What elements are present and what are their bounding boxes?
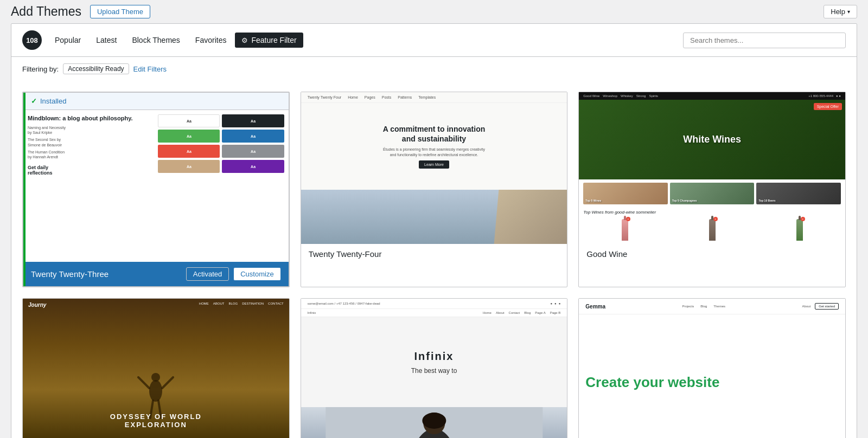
journey-nav: Journy HOMEABOUTBLOGDESTINATIONCONTACT bbox=[23, 299, 289, 311]
infinix-img bbox=[301, 407, 567, 438]
theme-screenshot-good-wine: Good Wine WineshopWhiskeyStrongSpirits +… bbox=[579, 92, 845, 244]
theme-screenshot-tt4: Twenty Twenty Four HomePagesPostsPattern… bbox=[301, 92, 567, 244]
page-title: Add Themes bbox=[11, 4, 81, 19]
active-theme-name: Twenty Twenty-Three bbox=[31, 269, 108, 279]
svg-line-3 bbox=[162, 377, 173, 388]
journey-headline: ODYSSEY OF WORLDEXPLORATION bbox=[23, 413, 289, 429]
theme-count-badge: 108 bbox=[22, 30, 42, 50]
gw-hero: White Wines Special Offer bbox=[579, 100, 845, 179]
tt3-book-list: Naming and Necessityby Saul Kripke The S… bbox=[28, 125, 154, 159]
infinix-nav: some@email.com / +47 123-456 / 0947-fake… bbox=[301, 299, 567, 309]
filter-label: Filtering by: bbox=[22, 65, 59, 73]
active-buttons: Activated Customize bbox=[186, 267, 281, 281]
tab-block-themes[interactable]: Block Themes bbox=[125, 33, 186, 48]
tabs-bar: 108 Popular Latest Block Themes Favorite… bbox=[11, 24, 857, 57]
gw-nav: Good Wine WineshopWhiskeyStrongSpirits +… bbox=[579, 92, 845, 100]
themes-grid: ✓ Installed Mindblown: a blog about phil… bbox=[11, 81, 857, 438]
top-bar-left: Add Themes Upload Theme bbox=[11, 4, 150, 19]
installed-label: Installed bbox=[40, 97, 66, 105]
theme-screenshot-journey: Journy HOMEABOUTBLOGDESTINATIONCONTACT bbox=[23, 299, 289, 438]
svg-point-1 bbox=[151, 373, 160, 382]
theme-name-tt4: Twenty Twenty-Four bbox=[301, 244, 567, 264]
tab-feature-filter[interactable]: ⚙ Feature Filter bbox=[235, 33, 303, 48]
gw-categories: Top 5 Wines Top 5 Champagnes Top 10 Beer… bbox=[579, 179, 845, 208]
tt3-blog-title: Mindblown: a blog about philosophy. bbox=[28, 114, 154, 122]
top-bar: Add Themes Upload Theme Help bbox=[0, 0, 868, 23]
svg-point-9 bbox=[422, 413, 446, 429]
gear-icon: ⚙ bbox=[241, 36, 248, 44]
filter-bar: Filtering by: Accessibility Ready Edit F… bbox=[11, 57, 857, 81]
tt4-hero: A commitment to innovationand sustainabi… bbox=[301, 103, 567, 190]
svg-line-2 bbox=[138, 377, 149, 388]
tab-popular[interactable]: Popular bbox=[48, 33, 87, 48]
theme-name-good-wine: Good Wine bbox=[579, 244, 845, 264]
tab-favorites[interactable]: Favorites bbox=[189, 33, 233, 48]
activated-button[interactable]: Activated bbox=[186, 267, 229, 281]
theme-card-journey[interactable]: Journy HOMEABOUTBLOGDESTINATIONCONTACT bbox=[22, 298, 290, 438]
theme-card-twenty-twenty-three[interactable]: ✓ Installed Mindblown: a blog about phil… bbox=[22, 92, 290, 287]
tt3-daily: Get dailyreflections bbox=[28, 165, 154, 176]
check-icon: ✓ bbox=[31, 97, 37, 105]
svg-point-0 bbox=[149, 380, 162, 402]
tt4-bottom-img bbox=[301, 190, 567, 244]
edit-filters-link[interactable]: Edit Filters bbox=[133, 65, 167, 73]
gw-bottles: • • • bbox=[579, 217, 845, 244]
upload-theme-button[interactable]: Upload Theme bbox=[90, 5, 150, 18]
tt4-nav: Twenty Twenty Four HomePagesPostsPattern… bbox=[301, 92, 567, 103]
accessibility-ready-filter-tag: Accessibility Ready bbox=[63, 63, 129, 74]
tt3-swatches: Aa Aa Aa Aa Aa Aa Aa Aa bbox=[158, 114, 284, 257]
search-input[interactable] bbox=[683, 33, 846, 48]
customize-button[interactable]: Customize bbox=[233, 267, 280, 281]
theme-screenshot-infinix: some@email.com / +47 123-456 / 0947-fake… bbox=[301, 299, 567, 438]
theme-screenshot-tt3: Mindblown: a blog about philosophy. Nami… bbox=[23, 110, 289, 262]
infinix-hero: Infinix The best way to bbox=[301, 317, 567, 407]
search-container bbox=[683, 33, 846, 48]
help-button[interactable]: Help bbox=[824, 5, 857, 18]
gemma-hero: Create your website bbox=[579, 314, 845, 438]
main-content: 108 Popular Latest Block Themes Favorite… bbox=[11, 23, 857, 438]
theme-screenshot-gemma: Gemma ProjectsBlogThemes About Get start… bbox=[579, 299, 845, 438]
installed-banner: ✓ Installed bbox=[23, 93, 289, 110]
active-footer: Twenty Twenty-Three Activated Customize bbox=[23, 262, 289, 286]
tab-latest[interactable]: Latest bbox=[90, 33, 123, 48]
theme-card-twenty-twenty-four[interactable]: Twenty Twenty Four HomePagesPostsPattern… bbox=[301, 92, 568, 287]
theme-card-infinix[interactable]: some@email.com / +47 123-456 / 0947-fake… bbox=[301, 298, 568, 438]
theme-card-gemma[interactable]: Gemma ProjectsBlogThemes About Get start… bbox=[578, 298, 846, 438]
theme-card-good-wine[interactable]: Good Wine WineshopWhiskeyStrongSpirits +… bbox=[578, 92, 846, 287]
gemma-nav: Gemma ProjectsBlogThemes About Get start… bbox=[579, 299, 845, 314]
